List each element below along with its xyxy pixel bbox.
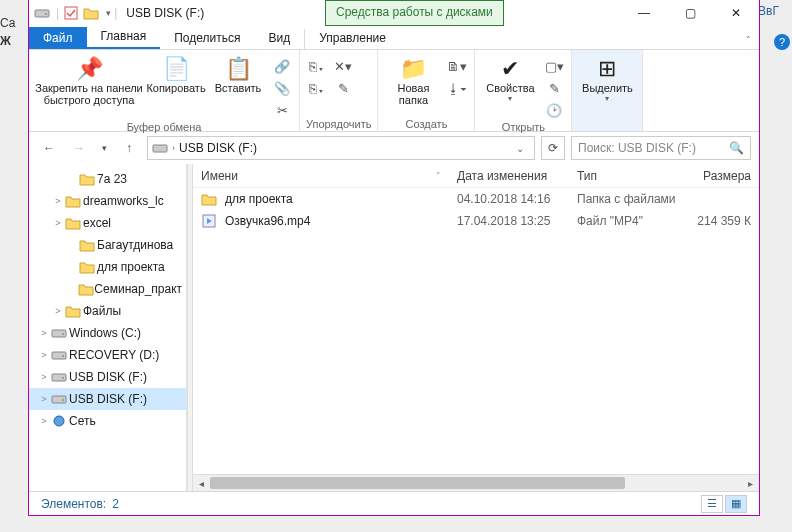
behind-text: Ca xyxy=(0,16,30,36)
checkbox-icon[interactable] xyxy=(62,4,80,22)
expand-icon[interactable]: > xyxy=(37,416,51,426)
expand-icon[interactable]: > xyxy=(51,196,65,206)
status-label: Элементов: xyxy=(41,497,106,511)
easy-access-button[interactable]: ⭳▾ xyxy=(446,78,468,98)
breadcrumb-drive[interactable]: USB DISK (F:) xyxy=(179,141,257,155)
tree-item[interactable]: >dreamworks_lc xyxy=(29,190,186,212)
back-button[interactable]: ← xyxy=(37,136,61,160)
folder-icon xyxy=(79,238,97,252)
refresh-button[interactable]: ⟳ xyxy=(541,136,565,160)
expand-icon[interactable]: > xyxy=(51,306,65,316)
tree-item[interactable]: для проекта xyxy=(29,256,186,278)
tree-item[interactable]: Семинар_практ xyxy=(29,278,186,300)
scroll-thumb[interactable] xyxy=(210,477,625,489)
drive-icon xyxy=(51,393,69,405)
forward-button[interactable]: → xyxy=(67,136,91,160)
select-button[interactable]: ⊞ Выделить ▾ xyxy=(578,52,636,103)
up-button[interactable]: ↑ xyxy=(117,136,141,160)
svg-rect-0 xyxy=(35,10,49,17)
svg-rect-4 xyxy=(52,330,66,337)
copy-button[interactable]: 📄 Копировать xyxy=(147,52,205,94)
folder-icon xyxy=(79,172,97,186)
tab-view[interactable]: Вид xyxy=(254,27,304,49)
tree-item[interactable]: >Файлы xyxy=(29,300,186,322)
horizontal-scrollbar[interactable]: ◂ ▸ xyxy=(193,474,759,491)
tree-item[interactable]: >RECOVERY (D:) xyxy=(29,344,186,366)
folder-small-icon[interactable] xyxy=(82,4,100,22)
drive-icon xyxy=(51,349,69,361)
tree-label: RECOVERY (D:) xyxy=(69,348,159,362)
copy-icon: 📄 xyxy=(163,56,190,82)
icons-view-button[interactable]: ▦ xyxy=(725,495,747,513)
tree-label: Сеть xyxy=(69,414,96,428)
explorer-window: Средства работы с дисками | ▾ | USB DISK… xyxy=(28,0,760,516)
col-date[interactable]: Дата изменения xyxy=(449,169,569,183)
edit-button[interactable]: ✎ xyxy=(543,78,565,98)
cut-button[interactable]: ✂ xyxy=(271,100,293,120)
empty-area[interactable] xyxy=(193,232,759,474)
tree-item[interactable]: >USB DISK (F:) xyxy=(29,388,186,410)
tree-label: USB DISK (F:) xyxy=(69,392,147,406)
folder-icon: 📁 xyxy=(400,56,427,82)
expand-icon[interactable]: > xyxy=(37,328,51,338)
close-button[interactable]: ✕ xyxy=(713,0,759,26)
tab-share[interactable]: Поделиться xyxy=(160,27,254,49)
tab-main[interactable]: Главная xyxy=(87,25,161,49)
address-bar[interactable]: › USB DISK (F:) ⌄ xyxy=(147,136,535,160)
history-dropdown[interactable]: ▾ xyxy=(97,136,111,160)
ribbon-collapse[interactable]: ˄ xyxy=(738,31,759,49)
behind-text-2: Ж xyxy=(0,34,30,54)
context-tab-disk-tools[interactable]: Средства работы с дисками xyxy=(325,0,504,26)
address-dropdown[interactable]: ⌄ xyxy=(510,143,530,154)
tree-item[interactable]: 7а 23 xyxy=(29,168,186,190)
tree-item[interactable]: >excel xyxy=(29,212,186,234)
expand-icon[interactable]: > xyxy=(51,218,65,228)
tree-item[interactable]: >Windows (C:) xyxy=(29,322,186,344)
help-icon[interactable]: ? xyxy=(774,34,790,50)
properties-button[interactable]: ✔ Свойства ▾ xyxy=(481,52,539,103)
search-box[interactable]: Поиск: USB DISK (F:) 🔍 xyxy=(571,136,751,160)
tab-manage[interactable]: Управление xyxy=(305,27,400,49)
net-icon xyxy=(51,414,69,428)
chevron-right-icon[interactable]: › xyxy=(172,143,175,153)
expand-icon[interactable]: > xyxy=(37,394,51,404)
paste-shortcut-button[interactable]: 📎 xyxy=(271,78,293,98)
tab-file[interactable]: Файл xyxy=(29,27,87,49)
details-view-button[interactable]: ☰ xyxy=(701,495,723,513)
file-row[interactable]: Озвучка96.mp417.04.2018 13:25Файл "MP4"2… xyxy=(193,210,759,232)
sort-indicator: ˄ xyxy=(436,171,441,181)
file-row[interactable]: для проекта04.10.2018 14:16Папка с файла… xyxy=(193,188,759,210)
svg-point-7 xyxy=(62,355,64,357)
select-icon: ⊞ xyxy=(598,56,616,82)
col-size[interactable]: Размера xyxy=(689,169,759,183)
new-folder-button[interactable]: 📁 Новая папка xyxy=(384,52,442,106)
group-open: ✔ Свойства ▾ ▢▾ ✎ 🕑 Открыть xyxy=(475,50,572,131)
scroll-left[interactable]: ◂ xyxy=(193,478,210,489)
copy-path-button[interactable]: 🔗 xyxy=(271,56,293,76)
col-name[interactable]: Имени˄ xyxy=(193,169,449,183)
tree-item[interactable]: >USB DISK (F:) xyxy=(29,366,186,388)
folder-icon xyxy=(79,260,97,274)
rename-button[interactable]: ✎ xyxy=(332,78,354,98)
minimize-button[interactable]: — xyxy=(621,0,667,26)
col-type[interactable]: Тип xyxy=(569,169,689,183)
maximize-button[interactable]: ▢ xyxy=(667,0,713,26)
search-icon[interactable]: 🔍 xyxy=(729,141,744,155)
tree-item[interactable]: >Сеть xyxy=(29,410,186,432)
expand-icon[interactable]: > xyxy=(37,350,51,360)
file-list: Имени˄ Дата изменения Тип Размера для пр… xyxy=(193,164,759,491)
new-item-button[interactable]: 🗎▾ xyxy=(446,56,468,76)
expand-icon[interactable]: > xyxy=(37,372,51,382)
qa-dropdown[interactable]: ▾ xyxy=(106,8,111,18)
scroll-right[interactable]: ▸ xyxy=(742,478,759,489)
move-to-button[interactable]: ⎘▾ xyxy=(306,56,328,76)
tree-item[interactable]: Багаутдинова xyxy=(29,234,186,256)
copy-to-button[interactable]: ⎘▾ xyxy=(306,78,328,98)
history-button[interactable]: 🕑 xyxy=(543,100,565,120)
delete-button[interactable]: ✕▾ xyxy=(332,56,354,76)
open-button[interactable]: ▢▾ xyxy=(543,56,565,76)
paste-button[interactable]: 📋 Вставить xyxy=(209,52,267,94)
file-name: для проекта xyxy=(225,192,293,206)
pin-quick-access-button[interactable]: 📌 Закрепить на панели быстрого доступа xyxy=(35,52,143,106)
separator: | xyxy=(56,6,59,20)
